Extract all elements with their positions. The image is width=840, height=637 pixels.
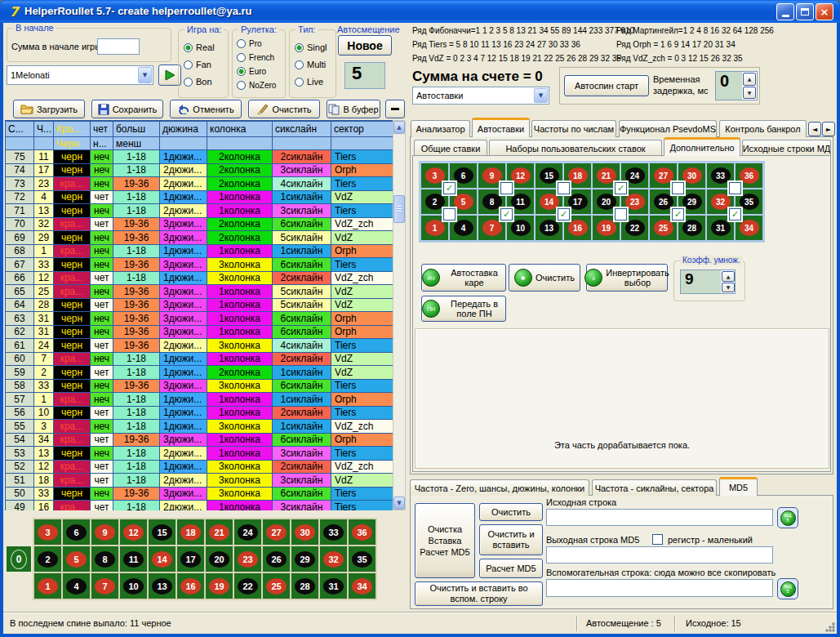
chevron-down-icon[interactable]: ▼ [138, 67, 152, 83]
table-row[interactable]: 6124чернчет19-362дюжи...3колонка4сиклайн… [6, 339, 393, 353]
table-row[interactable]: 6733черннеч19-363дюжи...3колонка6сиклайн… [6, 258, 393, 272]
board-number-19[interactable]: 19 [206, 573, 233, 599]
spinner-down-icon[interactable]: ▼ [743, 87, 756, 100]
collapse-button[interactable] [385, 100, 405, 118]
board-number-26[interactable]: 26 [263, 546, 290, 572]
radio-euro[interactable]: Euro [237, 67, 284, 76]
table-row[interactable]: 6525кра...неч19-363дюжи...1колонка5сикла… [6, 285, 393, 299]
clear-button[interactable]: Очистить [248, 100, 320, 118]
md5-big-button[interactable]: Очистка Вставка Расчет MD5 [415, 503, 475, 578]
board-number-29[interactable]: 29 [291, 546, 318, 572]
quad-checkbox-top[interactable] [729, 182, 741, 194]
board-number-31[interactable]: 31 [320, 573, 347, 599]
table-row[interactable]: 6929черннеч19-363дюжи...2колонка5сиклайн… [6, 231, 393, 245]
quad-checkbox-top[interactable] [500, 182, 513, 194]
board-number-36[interactable]: 36 [349, 519, 376, 545]
table-row[interactable]: 724чернчет1-181дюжи...1колонка1сиклайнVd… [6, 190, 393, 204]
tab-main-1[interactable]: Анализатор [411, 120, 470, 137]
table-row[interactable]: 7323кра...неч19-362дюжи...2колонка4сикла… [6, 177, 393, 191]
spinner-down-icon[interactable]: ▼ [722, 283, 735, 293]
board-number-33[interactable]: 33 [320, 519, 347, 545]
md5-clear-paste-aux-button[interactable]: Очистить и вставить во вспом. строку [415, 581, 543, 606]
board-number-22[interactable]: 22 [234, 573, 261, 599]
table-row[interactable]: 6231черннеч19-363дюжи...1колонка6сиклайн… [6, 325, 393, 339]
table-row[interactable]: 6428чернчет19-363дюжи...1колонка5сиклайн… [6, 298, 393, 312]
table-row[interactable]: 7417черннеч1-182дюжи...2колонка3сиклайнO… [6, 163, 393, 177]
board-number-8[interactable]: 8 [91, 546, 118, 572]
md5-aux-run-button[interactable]: МД5 [777, 578, 798, 599]
board-number-9[interactable]: 9 [91, 519, 118, 545]
quad-checkbox-top[interactable] [558, 182, 570, 194]
table-row[interactable]: 681кра...неч1-181дюжи...1колонка1сиклайн… [6, 244, 393, 258]
board-number-16[interactable]: 16 [177, 573, 204, 599]
transfer-pn-button[interactable]: ПН Передать в поле ПН [421, 296, 506, 322]
bet-clear-button[interactable]: ✱ Очистить [509, 264, 580, 292]
md5-calc-button[interactable]: Расчет MD5 [479, 559, 543, 578]
scroll-thumb[interactable] [393, 195, 405, 223]
board-number-30[interactable]: 30 [291, 519, 318, 545]
buffer-button[interactable]: В буфер [327, 100, 380, 118]
board-number-6[interactable]: 6 [63, 519, 90, 545]
tab-bottom-2[interactable]: Частота - сиклайны, сектора [592, 479, 717, 496]
tabs-scroll-right-icon[interactable]: ► [822, 122, 835, 136]
board-number-18[interactable]: 18 [177, 519, 204, 545]
board-number-27[interactable]: 27 [263, 519, 290, 545]
radio-real[interactable]: Real [184, 42, 226, 52]
radio-singl[interactable]: Singl [295, 42, 334, 52]
board-number-32[interactable]: 32 [320, 546, 347, 572]
board-number-13[interactable]: 13 [149, 573, 176, 599]
profile-combobox[interactable]: 1Melonati ▼ [7, 65, 153, 85]
board-number-23[interactable]: 23 [234, 546, 261, 572]
maximize-icon[interactable] [796, 3, 814, 20]
radio-french[interactable]: French [237, 53, 284, 62]
table-row[interactable]: 592чернчет1-181дюжи...2колонка1сиклайнVd… [6, 366, 393, 380]
chevron-down-icon[interactable]: ▼ [534, 88, 548, 103]
radio-multi[interactable]: Multi [295, 60, 334, 69]
tabs-scroll-left-icon[interactable]: ◄ [808, 122, 821, 136]
scroll-up-icon[interactable]: ▲ [393, 121, 405, 134]
board-number-15[interactable]: 15 [149, 519, 176, 545]
table-row[interactable]: 4916кра...чет1-182дюжи...1колонка3сиклай… [6, 501, 393, 511]
board-number-25[interactable]: 25 [263, 573, 290, 599]
quad-checkbox-bottom[interactable]: ✓ [672, 208, 684, 220]
autobet-kare-button[interactable]: АЧ Автоставка каре [421, 264, 506, 292]
table-row[interactable]: 5434кра...чет19-363дюжи...1колонка6сикла… [6, 433, 393, 447]
table-row[interactable]: 5212кра...чет1-181дюжи...3колонка2сиклай… [6, 460, 393, 474]
quad-checkbox-bottom[interactable]: ✓ [558, 208, 570, 220]
md5-source-input[interactable] [546, 509, 773, 526]
scroll-down-icon[interactable]: ▼ [393, 497, 405, 510]
tab-bottom-1[interactable]: Частота - Zero, шансы, дюжины, колонки [410, 479, 589, 496]
autospin-start-button[interactable]: Автоспин старт [564, 75, 649, 96]
tab-main-4[interactable]: Функционал PsevdoMS [619, 120, 717, 137]
save-button[interactable]: Сохранить [91, 100, 163, 118]
close-icon[interactable]: × [816, 3, 833, 20]
delay-spinner[interactable]: ▲ ▼ [742, 72, 757, 100]
resize-grip[interactable] [825, 622, 835, 632]
board-number-20[interactable]: 20 [206, 546, 233, 572]
board-number-21[interactable]: 21 [206, 519, 233, 545]
register-checkbox[interactable] [652, 534, 663, 545]
table-row[interactable]: 5313черннеч1-182дюжи...1колонка3сиклайнT… [6, 447, 393, 461]
tab-main-5[interactable]: Контроль банкрол [719, 120, 807, 137]
table-row[interactable]: 7032кра...чет19-363дюжи...2колонка6сикла… [6, 217, 393, 231]
board-number-4[interactable]: 4 [63, 573, 90, 599]
quad-checkbox-top[interactable] [672, 182, 684, 194]
coeff-spinner[interactable]: ▲ ▼ [721, 270, 735, 293]
board-number-14[interactable]: 14 [149, 546, 176, 572]
table-row[interactable]: 607кра...неч1-181дюжи...1колонка2сиклайн… [6, 352, 393, 366]
board-number-11[interactable]: 11 [120, 546, 147, 572]
board-number-28[interactable]: 28 [291, 573, 318, 599]
radio-bon[interactable]: Bon [184, 77, 226, 87]
table-row[interactable]: 571кра...неч1-181дюжи...1колонка1сиклайн… [6, 393, 393, 407]
quad-checkbox-bottom[interactable] [615, 208, 627, 220]
board-number-24[interactable]: 24 [234, 519, 261, 545]
invert-selection-button[interactable]: ± Инвертировать выбор [586, 264, 668, 292]
tab-main-2[interactable]: Автоставки [472, 118, 530, 137]
title-bar[interactable]: 7 HelperRoullet 5.7- create helperroulle… [0, 0, 840, 23]
radio-fan[interactable]: Fan [184, 60, 226, 69]
board-number-3[interactable]: 3 [34, 519, 61, 545]
board-number-2[interactable]: 2 [34, 546, 61, 572]
table-row[interactable]: 6331черннеч19-363дюжи...1колонка6сиклайн… [6, 312, 393, 326]
board-number-7[interactable]: 7 [91, 573, 118, 599]
tab-main-3[interactable]: Частоты по числам [531, 120, 616, 137]
